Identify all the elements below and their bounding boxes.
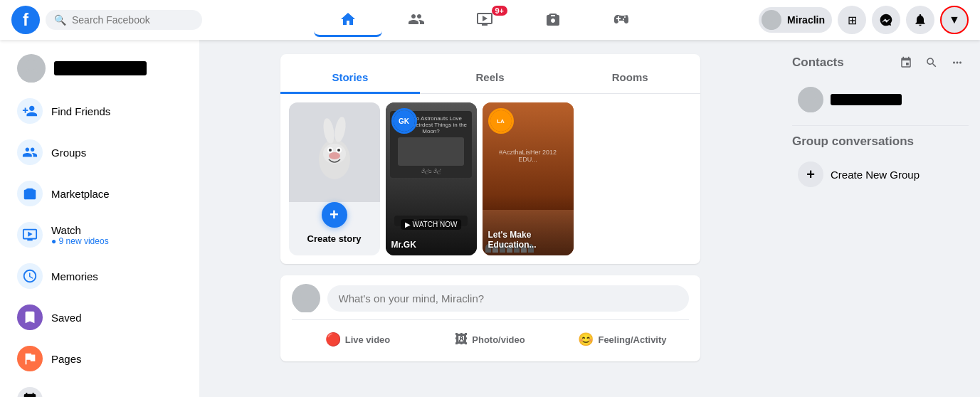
story-mrgk-avatar: GK	[391, 108, 417, 134]
story-mrgk-label: Mr.GK	[391, 240, 471, 250]
photo-video-icon: 🖼	[455, 332, 468, 347]
story-create-image	[289, 102, 380, 202]
svg-point-0	[768, 14, 775, 21]
groups-label: Groups	[51, 147, 86, 159]
story-edu-avatar: LA	[488, 108, 514, 134]
sidebar-item-marketplace[interactable]: Marketplace	[6, 174, 194, 213]
sidebar-item-memories[interactable]: Memories	[6, 256, 194, 296]
search-icon: 🔍	[54, 14, 66, 26]
pages-icon	[17, 346, 43, 371]
nav-watch-button[interactable]: 9+	[451, 3, 519, 37]
watch-sublabel: ● 9 new videos	[51, 236, 109, 246]
story-mrgk-text2: ශිල්ප‍‍ ශිල්‍‍	[420, 167, 442, 176]
watch-badge: 9+	[492, 6, 508, 16]
sidebar-profile-name-block	[54, 61, 147, 75]
facebook-logo[interactable]: f	[11, 6, 40, 34]
sidebar-item-find-friends[interactable]: Find Friends	[6, 91, 194, 131]
main-content: Stories Reels Rooms	[199, 40, 781, 397]
sidebar-left: Find Friends Groups Marketplace Watch ● …	[0, 40, 199, 397]
svg-point-15	[806, 91, 816, 101]
marketplace-icon	[17, 181, 43, 206]
story-create-card[interactable]: + Create story	[289, 102, 380, 255]
marketplace-label: Marketplace	[51, 188, 110, 200]
memories-icon	[17, 263, 43, 289]
svg-point-16	[802, 102, 819, 112]
divider	[792, 125, 969, 126]
feeling-activity-button[interactable]: 😊 Feeling/Activity	[557, 326, 689, 353]
story-create-label: Create story	[307, 233, 362, 244]
tab-reels[interactable]: Reels	[420, 63, 560, 94]
svg-point-13	[300, 289, 312, 300]
svg-point-10	[329, 149, 332, 152]
topnav-right: Miraclin ⊞ ▼	[759, 6, 969, 34]
pages-label: Pages	[51, 353, 82, 365]
saved-icon	[17, 305, 43, 330]
story-edu-img-text: #AczthaLisHer 2012EDU...	[496, 146, 559, 166]
memories-label: Memories	[51, 270, 98, 282]
contact-item[interactable]	[792, 83, 969, 117]
svg-point-1	[765, 21, 778, 30]
watch-icon	[17, 222, 43, 248]
story-watch-badge: ▶ WATCH NOW	[401, 219, 462, 230]
sidebar-item-watch[interactable]: Watch ● 9 new videos	[6, 215, 194, 255]
watch-label: Watch	[51, 224, 109, 236]
contacts-title: Contacts	[792, 55, 844, 70]
svg-point-11	[337, 149, 340, 152]
dropdown-button[interactable]: ▼	[940, 6, 969, 34]
contact-name-block	[831, 94, 902, 105]
messenger-button[interactable]	[872, 6, 900, 34]
tab-rooms[interactable]: Rooms	[560, 63, 700, 94]
create-group-label: Create New Group	[831, 169, 920, 181]
create-new-group-button[interactable]: + Create New Group	[792, 156, 969, 193]
more-contacts-button[interactable]	[946, 51, 969, 74]
find-friends-icon	[17, 98, 43, 124]
create-group-icon: +	[798, 162, 823, 187]
svg-point-2	[26, 59, 37, 70]
profile-button[interactable]: Miraclin	[759, 7, 832, 33]
saved-label: Saved	[51, 312, 82, 324]
sidebar-item-events[interactable]: Events	[6, 380, 194, 397]
stories-list: + Create story Why do Astronauts Love th…	[280, 102, 700, 264]
top-navigation: f 🔍 9+ Miraclin ⊞	[0, 0, 980, 40]
post-box: 🔴 Live video 🖼 Photo/video 😊 Feeling/Act…	[280, 275, 700, 361]
photo-video-button[interactable]: 🖼 Photo/video	[424, 326, 557, 353]
sidebar-item-groups[interactable]: Groups	[6, 132, 194, 172]
topnav-left: f 🔍	[11, 6, 211, 34]
sidebar-profile[interactable]	[6, 48, 194, 88]
search-input[interactable]	[72, 14, 194, 26]
sidebar-item-pages[interactable]: Pages	[6, 339, 194, 379]
photo-video-label: Photo/video	[472, 334, 525, 345]
profile-avatar-small	[762, 10, 781, 30]
contacts-header: Contacts	[792, 51, 969, 74]
groups-icon	[17, 139, 43, 165]
notifications-button[interactable]	[906, 6, 934, 34]
sidebar-profile-pic	[17, 54, 46, 83]
new-room-button[interactable]	[895, 51, 917, 74]
contacts-actions	[895, 51, 969, 74]
apps-button[interactable]: ⊞	[838, 6, 866, 34]
topnav-center: 9+	[211, 3, 759, 37]
search-contacts-button[interactable]	[920, 51, 943, 74]
feeling-activity-icon: 😊	[578, 332, 594, 347]
sidebar-item-saved[interactable]: Saved	[6, 297, 194, 337]
post-actions: 🔴 Live video 🖼 Photo/video 😊 Feeling/Act…	[292, 319, 689, 353]
nav-gaming-button[interactable]	[587, 3, 655, 37]
story-edu-label: Let's Make Education...	[488, 230, 568, 250]
nav-marketplace-button[interactable]	[519, 3, 587, 37]
story-education-card[interactable]: #AczthaLisHer 2012EDU...	[483, 102, 574, 255]
svg-point-14	[296, 300, 316, 312]
svg-point-3	[21, 70, 41, 83]
svg-point-6	[332, 117, 347, 143]
nav-friends-button[interactable]	[382, 3, 451, 37]
search-bar[interactable]: 🔍	[46, 10, 202, 30]
watch-text-group: Watch ● 9 new videos	[51, 224, 109, 246]
story-mrgk-card[interactable]: Why do Astronauts Love these Weirdest Th…	[386, 102, 477, 255]
tab-stories[interactable]: Stories	[280, 63, 421, 94]
story-mrgk-img	[398, 137, 463, 166]
live-video-button[interactable]: 🔴 Live video	[292, 326, 424, 353]
post-input[interactable]	[327, 285, 689, 312]
main-layout: Find Friends Groups Marketplace Watch ● …	[0, 40, 980, 397]
group-conversations-title: Group conversations	[792, 134, 969, 149]
stories-card: Stories Reels Rooms	[280, 54, 700, 264]
nav-home-button[interactable]	[314, 3, 382, 37]
